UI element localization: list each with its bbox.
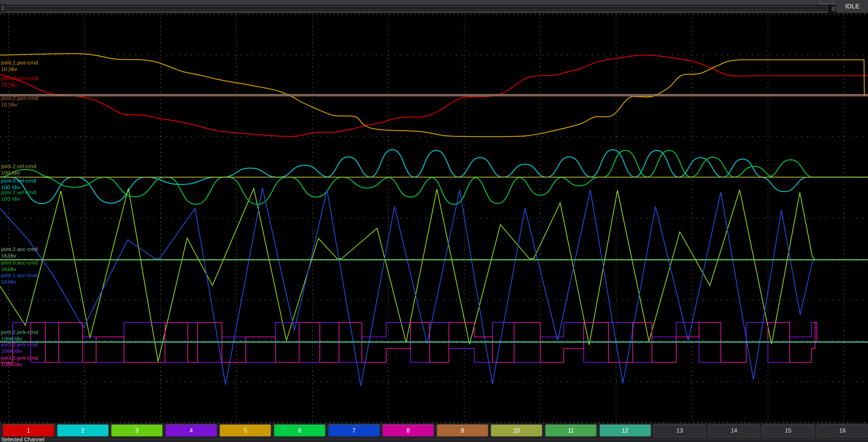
- channel-button-12[interactable]: 12: [600, 425, 651, 437]
- channel-button-14[interactable]: 14: [708, 425, 760, 437]
- channel-button-10[interactable]: 10: [491, 425, 542, 437]
- waveform-canvas: [0, 13, 868, 423]
- trace-joint-1-pos-cmd: [0, 54, 864, 137]
- channel-button-1[interactable]: 1: [3, 425, 54, 437]
- channel-button-15[interactable]: 15: [762, 425, 814, 437]
- channel-button-16[interactable]: 16: [817, 425, 868, 437]
- scrollbar-handle-line[interactable]: [829, 3, 830, 13]
- channel-button-11[interactable]: 11: [545, 425, 596, 437]
- channel-button-3[interactable]: 3: [111, 425, 162, 437]
- channel-button-8[interactable]: 8: [383, 425, 434, 437]
- divider: [0, 439, 868, 439]
- channel-button-9[interactable]: 9: [437, 425, 488, 437]
- channel-button-5[interactable]: 5: [220, 425, 271, 437]
- horizontal-scrollbar-track[interactable]: [4, 5, 830, 12]
- channel-button-4[interactable]: 4: [166, 425, 217, 437]
- channel-button-6[interactable]: 6: [274, 425, 325, 437]
- trace-joint-1-acc-cmd: [0, 188, 868, 386]
- scope-display: joint.1.pos-cmd10 /divjoint.0.pos-cmd10 …: [0, 13, 868, 423]
- channel-button-7[interactable]: 7: [328, 425, 380, 437]
- top-bar: IDLE: [0, 0, 868, 13]
- channel-button-2[interactable]: 2: [57, 425, 108, 437]
- trace-joint-0-acc-cmd: [0, 188, 868, 362]
- channel-button-13[interactable]: 13: [654, 425, 706, 437]
- status-badge: IDLE: [836, 0, 868, 13]
- channel-selector-bar: Selected Channel 12345678910111213141516: [0, 423, 868, 442]
- selected-channel-label: Selected Channel: [1, 436, 44, 442]
